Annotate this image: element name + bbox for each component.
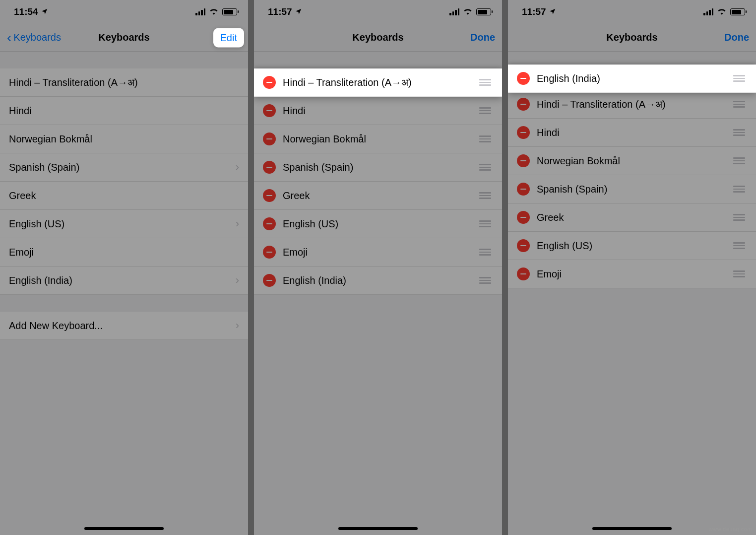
nav-title: Keyboards — [508, 32, 756, 43]
keyboard-row[interactable]: Hindi — [508, 119, 756, 147]
chevron-right-icon: › — [236, 161, 239, 174]
reorder-handle-icon[interactable] — [731, 127, 747, 138]
reorder-handle-icon[interactable] — [731, 240, 747, 251]
nav-back-label: Keyboards — [13, 32, 61, 43]
add-keyboard-row[interactable]: Add New Keyboard...› — [0, 312, 248, 340]
dragging-row[interactable]: English (India) — [508, 65, 756, 93]
nav-bar: ‹ Keyboards Keyboards Edit — [0, 24, 248, 52]
reorder-handle-icon[interactable] — [731, 212, 747, 223]
keyboard-row[interactable]: Hindi — [0, 97, 248, 125]
keyboard-row[interactable]: Norwegian Bokmål — [508, 147, 756, 175]
keyboard-row[interactable]: Spanish (Spain) — [508, 175, 756, 203]
remove-icon[interactable] — [263, 217, 276, 230]
reorder-handle-icon[interactable] — [731, 184, 747, 195]
home-indicator[interactable] — [84, 527, 164, 530]
nav-bar: Keyboards Done — [254, 24, 502, 52]
reorder-handle-icon[interactable] — [477, 275, 493, 286]
cell-signal-icon — [449, 8, 459, 15]
keyboard-row[interactable]: Norwegian Bokmål — [0, 125, 248, 153]
status-bar: 11:57 — [254, 0, 502, 24]
keyboard-row[interactable]: Hindi — [254, 97, 502, 125]
cell-signal-icon — [195, 8, 205, 15]
keyboard-row[interactable]: Greek — [508, 203, 756, 232]
keyboard-row[interactable]: Hindi – Transliteration (A→अ) — [0, 68, 248, 97]
keyboard-row[interactable]: Norwegian Bokmål — [254, 125, 502, 153]
nav-bar: Keyboards Done — [508, 24, 756, 52]
keyboard-row[interactable]: Greek — [254, 182, 502, 210]
chevron-right-icon: › — [236, 217, 239, 230]
location-icon — [41, 6, 48, 17]
remove-icon[interactable] — [517, 211, 530, 224]
status-bar: 11:57 — [508, 0, 756, 24]
status-time: 11:57 — [268, 6, 292, 17]
remove-icon[interactable] — [517, 183, 530, 196]
nav-title: Keyboards — [254, 32, 502, 43]
location-icon — [295, 6, 302, 17]
location-icon — [549, 6, 556, 17]
cell-signal-icon — [703, 8, 713, 15]
edit-button[interactable]: Edit — [213, 28, 244, 47]
done-button[interactable]: Done — [470, 32, 495, 43]
keyboard-list: Hindi – Transliteration (A→अ) Hindi Norw… — [508, 90, 756, 288]
reorder-handle-icon[interactable] — [731, 268, 747, 279]
battery-icon — [476, 8, 491, 15]
phone-screenshot-3: 11:57 Keyboards Done Hindi – Translitera… — [508, 0, 756, 535]
reorder-handle-icon[interactable] — [477, 218, 493, 229]
phone-screenshot-1: 11:54 ‹ Keyboards Keyboards Edit Hindi –… — [0, 0, 248, 535]
footer-list: Add New Keyboard...› — [0, 312, 248, 340]
battery-icon — [222, 8, 237, 15]
remove-icon[interactable] — [263, 274, 276, 287]
reorder-handle-icon[interactable] — [731, 155, 747, 166]
keyboard-row[interactable]: Greek — [0, 182, 248, 210]
wifi-icon — [209, 6, 219, 17]
remove-icon[interactable] — [263, 76, 276, 89]
remove-icon[interactable] — [263, 133, 276, 145]
keyboard-row[interactable]: Hindi – Transliteration (A→अ) — [508, 90, 756, 119]
remove-icon[interactable] — [263, 246, 276, 259]
remove-icon[interactable] — [263, 189, 276, 202]
keyboard-row[interactable]: English (US) — [254, 210, 502, 238]
keyboard-list: Hindi – Transliteration (A→अ) Hindi Norw… — [0, 68, 248, 295]
reorder-handle-icon[interactable] — [731, 99, 747, 110]
reorder-handle-icon[interactable] — [477, 190, 493, 201]
keyboard-row[interactable]: Spanish (Spain) — [254, 153, 502, 182]
keyboard-list: Hindi – Transliteration (A→अ) Hindi Norw… — [254, 68, 502, 295]
chevron-left-icon: ‹ — [7, 31, 11, 45]
status-time: 11:54 — [14, 6, 38, 17]
wifi-icon — [717, 6, 727, 17]
remove-icon[interactable] — [517, 268, 530, 280]
home-indicator[interactable] — [338, 527, 418, 530]
reorder-handle-icon[interactable] — [477, 162, 493, 173]
remove-icon[interactable] — [517, 72, 530, 85]
status-bar: 11:54 — [0, 0, 248, 24]
keyboard-row[interactable]: English (US) — [508, 232, 756, 260]
home-indicator[interactable] — [592, 527, 672, 530]
remove-icon[interactable] — [517, 98, 530, 111]
chevron-right-icon: › — [236, 274, 239, 287]
status-time: 11:57 — [522, 6, 546, 17]
done-button[interactable]: Done — [724, 32, 749, 43]
remove-icon[interactable] — [263, 104, 276, 117]
keyboard-row[interactable]: English (India)› — [0, 267, 248, 295]
remove-icon[interactable] — [517, 126, 530, 139]
keyboard-row[interactable]: Emoji — [0, 238, 248, 267]
keyboard-row[interactable]: Emoji — [508, 260, 756, 288]
reorder-handle-icon[interactable] — [477, 134, 493, 144]
keyboard-row[interactable]: English (India) — [254, 267, 502, 295]
reorder-handle-icon[interactable] — [731, 73, 747, 84]
remove-icon[interactable] — [263, 161, 276, 174]
remove-icon[interactable] — [517, 239, 530, 252]
keyboard-row[interactable]: Spanish (Spain)› — [0, 153, 248, 182]
dragging-row[interactable]: Hindi – Transliteration (A→अ) — [254, 68, 502, 97]
reorder-handle-icon[interactable] — [477, 247, 493, 258]
battery-icon — [730, 8, 745, 15]
remove-icon[interactable] — [517, 154, 530, 167]
reorder-handle-icon[interactable] — [477, 77, 493, 88]
chevron-right-icon: › — [236, 319, 239, 332]
wifi-icon — [463, 6, 473, 17]
nav-back-button[interactable]: ‹ Keyboards — [7, 31, 61, 45]
watermark: www.deuaq.com — [709, 526, 752, 532]
keyboard-row[interactable]: English (US)› — [0, 210, 248, 238]
reorder-handle-icon[interactable] — [477, 105, 493, 116]
keyboard-row[interactable]: Emoji — [254, 238, 502, 267]
